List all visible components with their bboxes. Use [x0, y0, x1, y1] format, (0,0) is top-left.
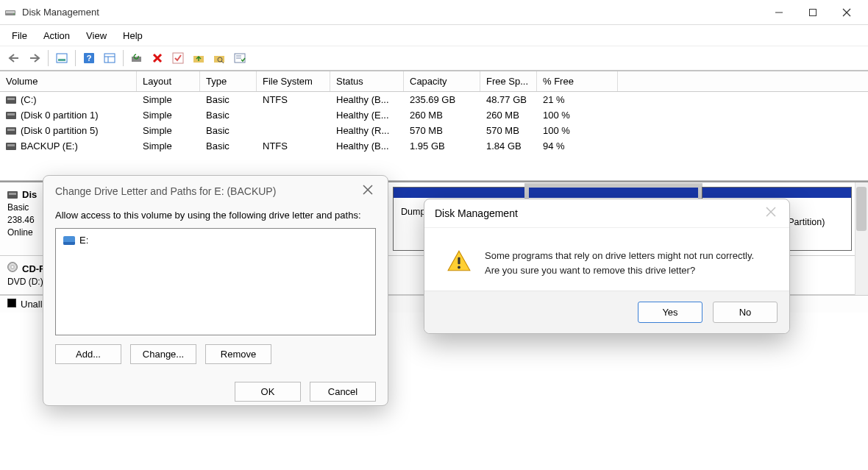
no-button[interactable]: No [713, 302, 778, 323]
show-hide-tree-icon[interactable] [52, 49, 71, 68]
cancel-button[interactable]: Cancel [310, 382, 376, 402]
folder-up-icon[interactable] [189, 49, 208, 68]
confirm-dialog: Disk Management Some programs that rely … [424, 199, 790, 334]
warning-icon [447, 249, 472, 274]
help-icon[interactable]: ? [79, 49, 99, 68]
dialog1-title: Change Drive Letter and Paths for E: (BA… [55, 185, 276, 197]
toolbar: ? [0, 46, 868, 71]
title-bar: Disk Management [0, 0, 868, 25]
disk-icon [7, 191, 18, 199]
settings-view-icon[interactable] [100, 49, 119, 68]
ok-button[interactable]: OK [235, 382, 301, 402]
svg-point-2 [13, 13, 15, 15]
folder-search-icon[interactable] [210, 49, 229, 68]
svg-rect-7 [57, 54, 67, 63]
close-button[interactable] [830, 2, 864, 23]
table-row[interactable]: BACKUP (E:) Simple Basic NTFS Healthy (B… [0, 138, 868, 154]
remove-button[interactable]: Remove [205, 344, 271, 364]
close-icon[interactable] [363, 185, 376, 198]
minimize-button[interactable] [762, 2, 796, 23]
svg-rect-11 [104, 54, 115, 63]
table-row[interactable]: (C:) Simple Basic NTFS Healthy (B... 235… [0, 92, 868, 107]
svg-rect-1 [6, 11, 15, 13]
svg-rect-29 [458, 257, 460, 265]
yes-button[interactable]: Yes [638, 302, 702, 323]
refresh-icon[interactable] [127, 49, 146, 68]
properties-icon[interactable] [230, 49, 249, 68]
change-drive-letter-dialog: Change Drive Letter and Paths for E: (BA… [43, 175, 388, 406]
disk-name: Dis [22, 189, 37, 200]
app-icon [4, 7, 16, 18]
maximize-button[interactable] [796, 2, 830, 23]
svg-rect-4 [810, 9, 817, 15]
list-item[interactable]: E: [62, 233, 369, 247]
forward-icon[interactable] [25, 49, 44, 68]
back-icon[interactable] [4, 49, 24, 68]
col-status[interactable]: Status [330, 71, 404, 91]
vertical-scrollbar[interactable] [855, 182, 868, 295]
change-button[interactable]: Change... [130, 344, 196, 364]
col-layout[interactable]: Layout [137, 71, 200, 91]
col-pctfree[interactable]: % Free [537, 71, 618, 91]
col-volume[interactable]: Volume [0, 71, 137, 91]
col-type[interactable]: Type [200, 71, 257, 91]
add-button[interactable]: Add... [55, 344, 121, 364]
checklist-icon[interactable] [168, 49, 188, 68]
col-freesp[interactable]: Free Sp... [480, 71, 537, 91]
svg-point-30 [458, 266, 460, 269]
col-capacity[interactable]: Capacity [404, 71, 480, 91]
menu-help[interactable]: Help [115, 27, 150, 44]
table-body: (C:) Simple Basic NTFS Healthy (B... 235… [0, 92, 868, 180]
close-icon[interactable] [766, 207, 779, 220]
menu-view[interactable]: View [79, 27, 114, 44]
dialog2-title: Disk Management [435, 207, 518, 219]
col-filesystem[interactable]: File System [257, 71, 330, 91]
dialog2-message: Some programs that rely on drive letters… [485, 249, 754, 277]
window-title: Disk Management [22, 7, 762, 18]
drive-letter-list[interactable]: E: [55, 228, 376, 335]
menu-action[interactable]: Action [36, 27, 77, 44]
table-row[interactable]: (Disk 0 partition 5) Simple Basic Health… [0, 123, 868, 138]
delete-icon[interactable] [148, 49, 167, 68]
menu-bar: File Action View Help [0, 25, 868, 46]
list-item-label: E: [79, 235, 88, 246]
svg-text:?: ? [87, 54, 92, 63]
table-row[interactable]: (Disk 0 partition 1) Simple Basic Health… [0, 107, 868, 123]
svg-rect-8 [58, 59, 65, 61]
table-header: Volume Layout Type File System Status Ca… [0, 71, 868, 92]
cd-icon [7, 262, 18, 272]
drive-icon [63, 236, 75, 245]
menu-file[interactable]: File [4, 27, 35, 44]
volume-table: Volume Layout Type File System Status Ca… [0, 71, 868, 181]
dialog1-instruction: Allow access to this volume by using the… [55, 210, 376, 221]
